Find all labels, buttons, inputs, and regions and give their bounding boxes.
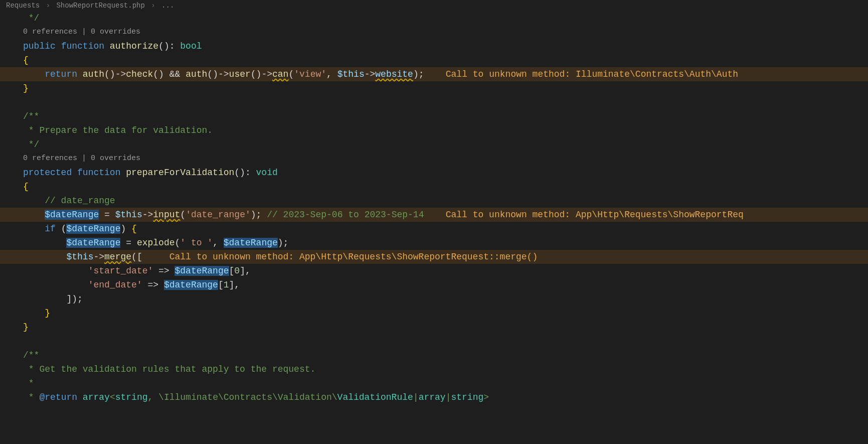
chevron-right-icon: › (151, 2, 155, 10)
code-line[interactable]: return auth()->check() && auth()->user()… (0, 67, 868, 81)
code-line[interactable]: /** (0, 348, 868, 362)
code-line[interactable]: { (0, 53, 868, 67)
code-line[interactable]: $dateRange = $this->input('date_range');… (0, 208, 868, 222)
code-line[interactable]: 'start_date' => $dateRange[0], (0, 264, 868, 278)
code-line[interactable]: $dateRange = explode(' to ', $dateRange)… (0, 236, 868, 250)
code-line[interactable]: public function authorize(): bool (0, 39, 868, 53)
code-line[interactable] (0, 95, 868, 109)
code-line[interactable]: } (0, 81, 868, 95)
code-line[interactable]: * @return array<string, \Illuminate\Cont… (0, 390, 868, 404)
code-line[interactable]: $this->merge([ Call to unknown method: A… (0, 250, 868, 264)
code-line[interactable]: } (0, 306, 868, 320)
code-line[interactable]: /** (0, 109, 868, 123)
code-line[interactable]: } (0, 320, 868, 334)
code-editor[interactable]: Requests › ShowReportRequest.php › ... *… (0, 0, 868, 444)
breadcrumb-item[interactable]: Requests (6, 2, 40, 10)
code-line[interactable]: */ (0, 11, 868, 25)
code-line[interactable]: // date_range (0, 194, 868, 208)
breadcrumb-item[interactable]: ... (161, 2, 174, 10)
chevron-right-icon: › (46, 2, 50, 10)
code-line[interactable]: */ (0, 137, 868, 152)
code-line[interactable]: protected function prepareForValidation(… (0, 166, 868, 180)
code-line[interactable]: { (0, 180, 868, 194)
code-line[interactable]: if ($dateRange) { (0, 222, 868, 236)
inline-error[interactable]: Call to unknown method: App\Http\Request… (169, 252, 538, 262)
inline-error[interactable]: Call to unknown method: Illuminate\Contr… (446, 69, 738, 79)
codelens[interactable]: 0 references | 0 overrides (0, 152, 868, 166)
breadcrumb[interactable]: Requests › ShowReportRequest.php › ... (0, 0, 868, 11)
inline-error[interactable]: Call to unknown method: App\Http\Request… (446, 210, 744, 220)
code-line[interactable]: * Get the validation rules that apply to… (0, 362, 868, 376)
code-line[interactable]: * Prepare the data for validation. (0, 123, 868, 137)
code-line[interactable]: ]); (0, 292, 868, 306)
code-line[interactable] (0, 334, 868, 348)
code-line[interactable]: 'end_date' => $dateRange[1], (0, 278, 868, 292)
code-line[interactable]: * (0, 376, 868, 390)
codelens[interactable]: 0 references | 0 overrides (0, 25, 868, 39)
breadcrumb-item[interactable]: ShowReportRequest.php (56, 2, 144, 10)
